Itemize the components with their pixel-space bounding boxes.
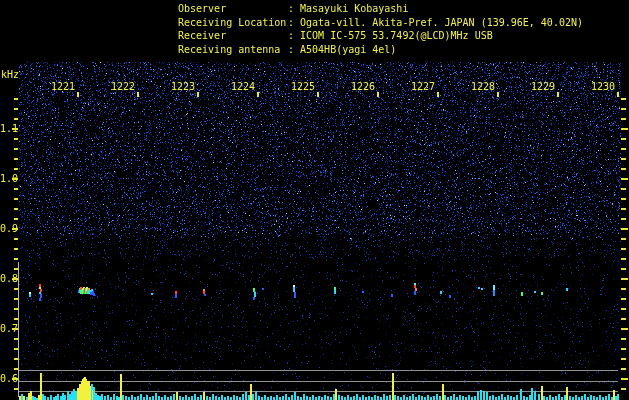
signal-bar xyxy=(608,394,610,400)
signal-bar xyxy=(383,394,385,400)
freq-tick-right xyxy=(621,128,628,130)
freq-tick-right xyxy=(621,268,626,270)
signal-bar xyxy=(50,395,52,400)
freq-tick-right xyxy=(621,138,626,140)
signal-bar xyxy=(173,394,175,400)
signal-bar xyxy=(306,396,308,400)
echo-mark xyxy=(534,291,536,293)
freq-tick-right xyxy=(621,278,628,280)
echo-mark xyxy=(541,292,543,295)
freq-tick-left xyxy=(14,238,18,240)
freq-tick-left xyxy=(12,328,18,330)
signal-bar xyxy=(386,396,388,400)
grid-line-horizontal xyxy=(19,370,618,371)
freq-tick-left xyxy=(12,178,18,180)
signal-bar xyxy=(498,396,500,400)
freq-tick-right xyxy=(621,248,626,250)
echo-mark xyxy=(362,291,364,293)
signal-bar xyxy=(221,395,223,400)
signal-bar xyxy=(122,395,124,400)
grid-line-horizontal xyxy=(19,391,618,392)
signal-bar xyxy=(44,396,46,400)
echo-mark xyxy=(93,293,95,296)
signal-bar xyxy=(341,396,343,400)
freq-tick-left xyxy=(14,268,18,270)
signal-bar xyxy=(335,389,337,400)
signal-bar xyxy=(64,395,66,400)
signal-bar xyxy=(450,396,452,400)
freq-tick-left xyxy=(14,198,18,200)
signal-bar xyxy=(338,395,340,400)
freq-tick-right xyxy=(621,188,626,190)
freq-tick-left xyxy=(14,248,18,250)
signal-bar xyxy=(549,395,551,400)
freq-tick-left xyxy=(14,338,18,340)
freq-tick-left xyxy=(12,128,18,130)
freq-tick-left xyxy=(14,298,18,300)
signal-bar xyxy=(324,395,326,400)
grid-line-horizontal xyxy=(19,381,618,382)
signal-bar xyxy=(584,394,586,400)
freq-tick-left xyxy=(14,148,18,150)
signal-bar xyxy=(233,395,235,400)
signal-bar xyxy=(590,395,592,400)
signal-bar xyxy=(297,396,299,400)
freq-tick-left xyxy=(14,318,18,320)
signal-bar xyxy=(368,396,370,400)
freq-tick-right xyxy=(621,148,626,150)
signal-bar xyxy=(191,396,193,400)
time-label: 1224 xyxy=(227,81,255,92)
signal-bar xyxy=(599,395,601,400)
signal-bar xyxy=(480,390,482,400)
station-label: Receiver xyxy=(178,29,288,43)
time-label: 1225 xyxy=(287,81,315,92)
freq-tick-right xyxy=(621,258,626,260)
signal-bar xyxy=(294,392,296,400)
signal-bar xyxy=(170,396,172,400)
signal-bar xyxy=(486,392,488,400)
time-tick xyxy=(437,92,439,97)
signal-bar xyxy=(212,394,214,400)
signal-bar xyxy=(264,395,266,400)
signal-bar xyxy=(215,396,217,400)
time-label: 1230 xyxy=(587,81,615,92)
signal-bar xyxy=(113,394,115,400)
freq-tick-right xyxy=(621,368,626,370)
freq-tick-left xyxy=(14,188,18,190)
signal-bar xyxy=(477,391,479,400)
signal-bar xyxy=(291,395,293,400)
signal-bar xyxy=(276,395,278,400)
signal-bar xyxy=(462,396,464,400)
signal-bar xyxy=(593,396,595,400)
signal-bar xyxy=(206,396,208,400)
echo-mark xyxy=(204,294,206,296)
signal-bar xyxy=(474,396,476,400)
signal-bar xyxy=(164,395,166,400)
spectrogram-noise-field xyxy=(0,0,629,400)
signal-bar xyxy=(179,396,181,400)
signal-bar xyxy=(252,394,254,400)
freq-tick-right xyxy=(621,328,628,330)
freq-tick-left xyxy=(12,378,18,380)
freq-tick-left xyxy=(14,388,18,390)
signal-bar xyxy=(427,395,429,400)
signal-bar xyxy=(146,395,148,400)
signal-bar xyxy=(516,395,518,400)
freq-tick-left xyxy=(14,138,18,140)
time-label: 1227 xyxy=(407,81,435,92)
freq-axis-unit: kHz xyxy=(1,69,19,80)
station-row-receiver: Receiver:ICOM IC-575 53.7492(@LCD)MHz US… xyxy=(178,29,583,43)
signal-bar xyxy=(531,388,533,400)
signal-bar xyxy=(194,394,196,400)
freq-tick-left xyxy=(14,258,18,260)
freq-tick-right xyxy=(621,178,628,180)
freq-tick-right xyxy=(621,118,626,120)
time-label: 1221 xyxy=(47,81,75,92)
echo-mark xyxy=(253,297,255,300)
signal-bar xyxy=(255,391,257,400)
signal-bar xyxy=(605,396,607,400)
signal-bar xyxy=(227,396,229,400)
time-tick xyxy=(317,92,319,97)
signal-bar xyxy=(318,396,320,400)
signal-bar xyxy=(483,391,485,400)
